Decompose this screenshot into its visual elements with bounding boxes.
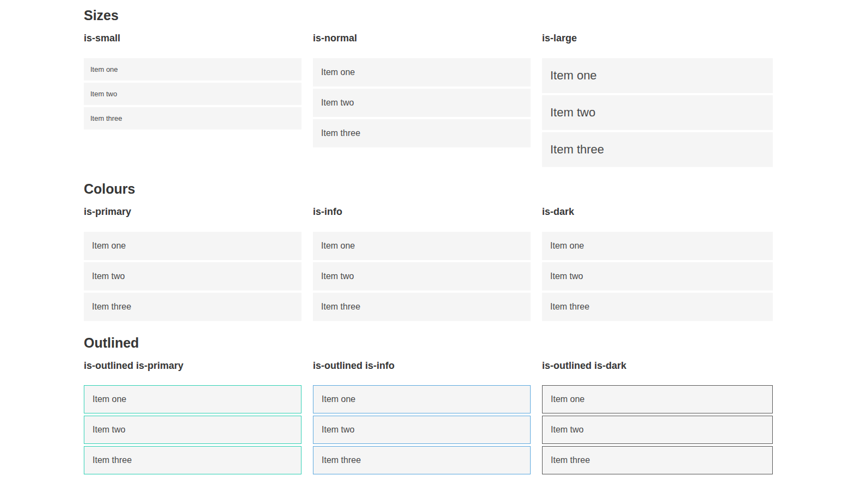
group-label-is-normal: is-normal xyxy=(313,33,531,44)
list-item[interactable]: Item two xyxy=(84,416,301,444)
group-is-info: is-info Item one Item two Item three xyxy=(313,207,531,323)
list-item[interactable]: Item two xyxy=(542,416,773,444)
group-is-outlined-is-dark: is-outlined is-dark Item one Item two It… xyxy=(542,361,773,477)
list-item[interactable]: Item two xyxy=(313,89,531,117)
group-is-large: is-large Item one Item two Item three xyxy=(542,33,773,169)
section-title-colours: Colours xyxy=(84,182,773,196)
item-list-outlined-info: Item one Item two Item three xyxy=(313,385,531,474)
item-list-outlined-primary: Item one Item two Item three xyxy=(84,385,301,474)
group-label-is-outlined-is-primary: is-outlined is-primary xyxy=(84,361,301,372)
item-list-normal: Item one Item two Item three xyxy=(313,58,531,147)
section-sizes: Sizes is-small Item one Item two Item th… xyxy=(84,9,773,169)
list-item[interactable]: Item three xyxy=(84,293,301,321)
list-item[interactable]: Item one xyxy=(542,58,773,93)
list-item[interactable]: Item one xyxy=(542,385,773,413)
list-item[interactable]: Item two xyxy=(84,262,301,291)
list-item[interactable]: Item three xyxy=(542,293,773,321)
group-is-primary: is-primary Item one Item two Item three xyxy=(84,207,301,323)
outlined-grid: is-outlined is-primary Item one Item two… xyxy=(84,361,773,477)
section-colours: Colours is-primary Item one Item two Ite… xyxy=(84,182,773,323)
group-label-is-info: is-info xyxy=(313,207,531,218)
group-is-outlined-is-primary: is-outlined is-primary Item one Item two… xyxy=(84,361,301,477)
list-item[interactable]: Item two xyxy=(84,83,301,105)
list-item[interactable]: Item one xyxy=(84,58,301,81)
section-title-sizes: Sizes xyxy=(84,9,773,22)
group-label-is-outlined-is-dark: is-outlined is-dark xyxy=(542,361,773,372)
item-list-info: Item one Item two Item three xyxy=(313,232,531,321)
list-item[interactable]: Item two xyxy=(542,262,773,291)
list-item[interactable]: Item two xyxy=(542,95,773,130)
list-item[interactable]: Item one xyxy=(84,385,301,413)
list-item[interactable]: Item two xyxy=(313,262,531,291)
group-is-small: is-small Item one Item two Item three xyxy=(84,33,301,132)
list-item[interactable]: Item three xyxy=(313,119,531,147)
sizes-grid: is-small Item one Item two Item three is… xyxy=(84,33,773,169)
list-item[interactable]: Item one xyxy=(313,385,531,413)
colours-grid: is-primary Item one Item two Item three … xyxy=(84,207,773,323)
list-item[interactable]: Item two xyxy=(313,416,531,444)
group-label-is-outlined-is-info: is-outlined is-info xyxy=(313,361,531,372)
list-item[interactable]: Item one xyxy=(313,232,531,260)
section-outlined: Outlined is-outlined is-primary Item one… xyxy=(84,336,773,477)
list-item[interactable]: Item three xyxy=(542,132,773,167)
list-item[interactable]: Item one xyxy=(542,232,773,260)
group-is-outlined-is-info: is-outlined is-info Item one Item two It… xyxy=(313,361,531,477)
item-list-primary: Item one Item two Item three xyxy=(84,232,301,321)
list-item[interactable]: Item three xyxy=(313,446,531,474)
list-item[interactable]: Item three xyxy=(313,293,531,321)
list-item[interactable]: Item one xyxy=(313,58,531,87)
component-showcase-page: Sizes is-small Item one Item two Item th… xyxy=(0,0,773,488)
group-is-dark: is-dark Item one Item two Item three xyxy=(542,207,773,323)
list-item[interactable]: Item three xyxy=(84,107,301,129)
item-list-small: Item one Item two Item three xyxy=(84,58,301,129)
item-list-dark: Item one Item two Item three xyxy=(542,232,773,321)
list-item[interactable]: Item one xyxy=(84,232,301,260)
list-item[interactable]: Item three xyxy=(542,446,773,474)
group-label-is-primary: is-primary xyxy=(84,207,301,218)
group-label-is-dark: is-dark xyxy=(542,207,773,218)
section-title-outlined: Outlined xyxy=(84,336,773,350)
item-list-outlined-dark: Item one Item two Item three xyxy=(542,385,773,474)
group-label-is-small: is-small xyxy=(84,33,301,44)
group-is-normal: is-normal Item one Item two Item three xyxy=(313,33,531,150)
item-list-large: Item one Item two Item three xyxy=(542,58,773,167)
group-label-is-large: is-large xyxy=(542,33,773,44)
list-item[interactable]: Item three xyxy=(84,446,301,474)
